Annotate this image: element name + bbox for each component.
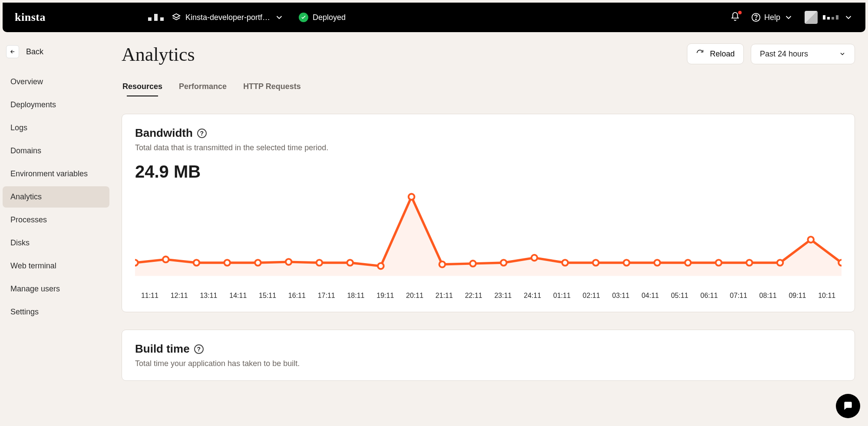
svg-point-18 bbox=[624, 260, 630, 266]
reload-label: Reload bbox=[710, 50, 735, 59]
build-title: Build time bbox=[135, 342, 190, 356]
x-tick: 05:11 bbox=[665, 292, 694, 300]
x-tick: 14:11 bbox=[223, 292, 253, 300]
time-range-value: Past 24 hours bbox=[760, 50, 808, 59]
x-tick: 20:11 bbox=[400, 292, 429, 300]
info-icon[interactable]: ? bbox=[194, 344, 204, 354]
sidebar-item-environment-variables[interactable]: Environment variables bbox=[3, 163, 109, 185]
bandwidth-subtitle: Total data that is transmitted in the se… bbox=[135, 143, 842, 152]
chart-x-axis: 11:1112:1113:1114:1115:1116:1117:1118:11… bbox=[135, 292, 842, 300]
svg-point-11 bbox=[409, 194, 415, 200]
chat-button[interactable] bbox=[836, 394, 860, 418]
x-tick: 07:11 bbox=[724, 292, 753, 300]
sidebar-item-analytics[interactable]: Analytics bbox=[3, 186, 109, 208]
sidebar: Back OverviewDeploymentsLogsDomainsEnvir… bbox=[0, 35, 113, 398]
help-menu[interactable]: Help bbox=[751, 13, 793, 22]
x-tick: 13:11 bbox=[194, 292, 224, 300]
layers-icon bbox=[172, 13, 181, 22]
svg-point-25 bbox=[838, 260, 842, 266]
svg-point-2 bbox=[135, 260, 138, 266]
deploy-status: Deployed bbox=[299, 13, 346, 22]
tab-http-requests[interactable]: HTTP Requests bbox=[242, 79, 302, 96]
back-button[interactable] bbox=[6, 45, 19, 58]
sidebar-item-logs[interactable]: Logs bbox=[3, 117, 109, 139]
x-tick: 24:11 bbox=[518, 292, 547, 300]
bandwidth-title: Bandwidth bbox=[135, 126, 193, 140]
x-tick: 03:11 bbox=[606, 292, 636, 300]
svg-point-16 bbox=[562, 260, 568, 266]
reload-icon bbox=[696, 49, 706, 59]
chevron-down-icon bbox=[274, 13, 284, 22]
build-subtitle: Total time your application has taken to… bbox=[135, 359, 842, 368]
user-bars-icon bbox=[823, 15, 838, 20]
tabs: ResourcesPerformanceHTTP Requests bbox=[122, 79, 855, 96]
logo: kinsta bbox=[15, 11, 46, 24]
chevron-down-icon bbox=[844, 13, 853, 22]
bandwidth-card: Bandwidth ? Total data that is transmitt… bbox=[122, 114, 855, 312]
nav: OverviewDeploymentsLogsDomainsEnvironmen… bbox=[0, 71, 109, 323]
x-tick: 16:11 bbox=[282, 292, 312, 300]
tab-resources[interactable]: Resources bbox=[122, 79, 163, 96]
sidebar-item-processes[interactable]: Processes bbox=[3, 209, 109, 231]
x-tick: 02:11 bbox=[577, 292, 606, 300]
check-circle-icon bbox=[299, 13, 308, 22]
chat-icon bbox=[842, 400, 854, 412]
reload-button[interactable]: Reload bbox=[687, 43, 744, 64]
svg-point-20 bbox=[685, 260, 691, 266]
sidebar-item-web-terminal[interactable]: Web terminal bbox=[3, 255, 109, 277]
time-range-select[interactable]: Past 24 hours bbox=[751, 44, 855, 64]
svg-point-21 bbox=[716, 260, 722, 266]
svg-point-13 bbox=[470, 261, 476, 267]
bandwidth-value: 24.9 MB bbox=[135, 162, 842, 182]
x-tick: 15:11 bbox=[253, 292, 282, 300]
svg-point-6 bbox=[255, 260, 261, 266]
topbar: kinsta Kinsta-developer-portf… Deployed bbox=[3, 3, 865, 32]
svg-point-9 bbox=[347, 260, 353, 266]
svg-point-7 bbox=[286, 259, 292, 265]
svg-point-1 bbox=[756, 19, 756, 20]
svg-point-19 bbox=[654, 260, 660, 266]
svg-point-23 bbox=[777, 260, 783, 266]
svg-point-14 bbox=[501, 260, 507, 266]
x-tick: 17:11 bbox=[312, 292, 341, 300]
svg-point-10 bbox=[378, 263, 384, 269]
sidebar-item-deployments[interactable]: Deployments bbox=[3, 94, 109, 116]
notification-badge bbox=[738, 11, 742, 14]
svg-point-4 bbox=[194, 260, 200, 266]
x-tick: 11:11 bbox=[135, 292, 165, 300]
bandwidth-chart: 11:1112:1113:1114:1115:1116:1117:1118:11… bbox=[135, 188, 842, 300]
sidebar-item-manage-users[interactable]: Manage users bbox=[3, 278, 109, 300]
avatar bbox=[805, 11, 818, 24]
chevron-down-icon bbox=[839, 50, 846, 57]
x-tick: 08:11 bbox=[753, 292, 783, 300]
arrow-left-icon bbox=[10, 49, 16, 55]
svg-point-12 bbox=[439, 261, 446, 267]
x-tick: 12:11 bbox=[165, 292, 194, 300]
help-label: Help bbox=[764, 13, 780, 22]
svg-point-8 bbox=[317, 260, 323, 266]
sidebar-item-disks[interactable]: Disks bbox=[3, 232, 109, 254]
x-tick: 23:11 bbox=[488, 292, 518, 300]
notifications-button[interactable] bbox=[730, 12, 740, 23]
back-label: Back bbox=[26, 47, 43, 56]
svg-point-3 bbox=[163, 257, 169, 263]
sidebar-item-settings[interactable]: Settings bbox=[3, 301, 109, 323]
x-tick: 21:11 bbox=[429, 292, 459, 300]
svg-point-17 bbox=[593, 260, 599, 266]
site-selector[interactable]: Kinsta-developer-portf… bbox=[172, 13, 284, 22]
user-menu[interactable] bbox=[805, 11, 853, 24]
x-tick: 06:11 bbox=[694, 292, 724, 300]
info-icon[interactable]: ? bbox=[197, 129, 207, 138]
x-tick: 19:11 bbox=[370, 292, 400, 300]
sidebar-item-domains[interactable]: Domains bbox=[3, 140, 109, 162]
sidebar-item-overview[interactable]: Overview bbox=[3, 71, 109, 92]
x-tick: 18:11 bbox=[341, 292, 371, 300]
build-time-card: Build time ? Total time your application… bbox=[122, 330, 855, 381]
site-name: Kinsta-developer-portf… bbox=[185, 13, 270, 22]
tab-performance[interactable]: Performance bbox=[178, 79, 228, 96]
x-tick: 04:11 bbox=[636, 292, 665, 300]
mini-sparkline-icon bbox=[148, 14, 164, 21]
svg-point-22 bbox=[746, 260, 752, 266]
svg-point-5 bbox=[224, 260, 230, 266]
x-tick: 22:11 bbox=[459, 292, 488, 300]
